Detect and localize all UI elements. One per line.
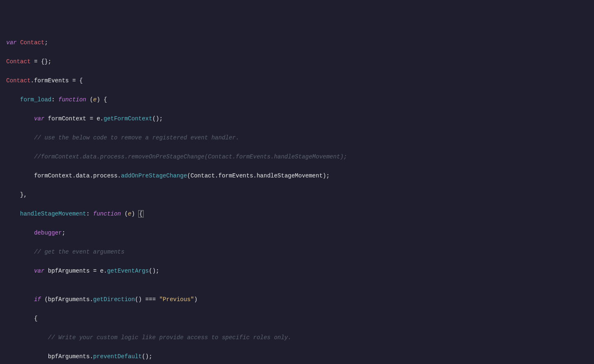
code-editor[interactable]: var Contact; Contact = {}; Contact.formE… — [6, 38, 594, 364]
code-line[interactable]: { — [6, 314, 594, 323]
text: () === — [135, 296, 159, 303]
code-line[interactable]: Contact.formEvents = { — [6, 76, 594, 86]
punctuation: ; — [62, 230, 65, 236]
punctuation: ; — [44, 39, 48, 46]
property-name: handleStageMovement — [20, 211, 87, 217]
comment: // use the below code to remove a regist… — [34, 134, 239, 141]
text: (bpfArguments. — [41, 296, 93, 303]
function-call: getEventArgs — [107, 268, 149, 274]
code-line[interactable]: // use the below code to remove a regist… — [6, 133, 594, 143]
keyword-if: if — [34, 296, 41, 303]
text: ) — [132, 211, 139, 217]
code-line[interactable]: form_load: function (e) { — [6, 95, 594, 105]
identifier: Contact — [20, 39, 45, 46]
code-line[interactable]: //formContext.data.process.removeOnPreSt… — [6, 152, 594, 162]
text: : — [86, 211, 93, 217]
function-call: addOnPreStageChange — [121, 172, 187, 179]
code-line[interactable]: var bpfArguments = e.getEventArgs(); — [6, 266, 594, 276]
text: formContext.data.process. — [34, 172, 121, 179]
text: (); — [142, 353, 152, 360]
code-line[interactable]: }, — [6, 190, 594, 200]
keyword-function: function — [58, 96, 86, 103]
text: .formEvents — [31, 77, 69, 84]
brace: { — [34, 315, 37, 322]
keyword-var: var — [34, 115, 44, 122]
text: ( — [121, 211, 128, 217]
text: bpfArguments = e. — [44, 268, 107, 274]
text: }, — [20, 192, 27, 198]
keyword-var: var — [34, 268, 44, 274]
text: bpfArguments. — [48, 353, 93, 360]
keyword-function: function — [93, 211, 121, 217]
text: : — [51, 96, 58, 103]
keyword-var: var — [6, 39, 17, 46]
string: "Previous" — [159, 296, 194, 303]
function-call: getFormContext — [103, 115, 152, 122]
comment: //formContext.data.process.removeOnPreSt… — [34, 153, 347, 160]
code-line[interactable]: debugger; — [6, 228, 594, 238]
code-line[interactable]: var Contact; — [6, 38, 594, 48]
code-line[interactable]: var formContext = e.getFormContext(); — [6, 114, 594, 124]
code-line[interactable]: // Write your custom logic like provide … — [6, 333, 594, 342]
text: ) — [194, 296, 197, 303]
text: = { — [69, 77, 83, 84]
comment: // Write your custom logic like provide … — [48, 334, 291, 341]
code-line[interactable]: // get the event arguments — [6, 247, 594, 257]
code-line[interactable]: Contact = {}; — [6, 57, 594, 67]
code-line[interactable]: bpfArguments.preventDefault(); — [6, 352, 594, 362]
text: (Contact.formEvents.handleStageMovement)… — [187, 172, 329, 179]
comment: // get the event arguments — [34, 249, 124, 255]
bracket-match: { — [138, 210, 143, 218]
keyword-debugger: debugger — [34, 230, 62, 236]
function-call: getDirection — [93, 296, 135, 303]
function-call: preventDefault — [93, 353, 142, 360]
code-line[interactable]: if (bpfArguments.getDirection() === "Pre… — [6, 295, 594, 304]
identifier: Contact — [6, 77, 31, 84]
text: formContext = e. — [44, 115, 103, 122]
text: = {}; — [31, 58, 51, 65]
property-name: form_load — [20, 96, 52, 103]
text: (); — [149, 268, 159, 274]
text: (); — [152, 115, 163, 122]
code-line[interactable]: formContext.data.process.addOnPreStageCh… — [6, 171, 594, 181]
parameter: e — [128, 211, 131, 217]
text: ) { — [96, 96, 107, 103]
text: ( — [86, 96, 93, 103]
identifier: Contact — [6, 58, 31, 65]
code-line[interactable]: handleStageMovement: function (e) { — [6, 209, 594, 219]
